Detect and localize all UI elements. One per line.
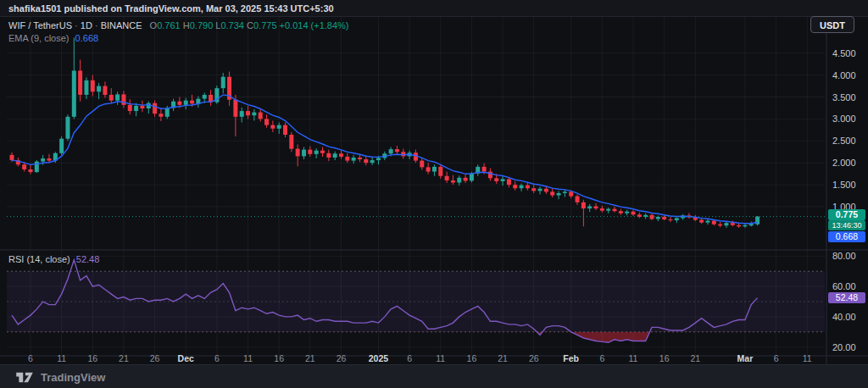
tradingview-published-chart: { "publish_bar": { "text": "shafika1501 … [0, 0, 868, 388]
footer-bar: TradingView [0, 364, 868, 388]
svg-text:1.500: 1.500 [832, 180, 856, 190]
tradingview-logo-icon[interactable] [15, 370, 34, 384]
svg-text:40.00: 40.00 [832, 312, 856, 322]
change-value: +0.014 (+1.84%) [280, 20, 349, 30]
svg-text:11: 11 [803, 353, 812, 363]
close-label: C [247, 20, 253, 30]
svg-text:60.00: 60.00 [832, 281, 856, 291]
rsi-value-badge: 52.48 [828, 292, 865, 303]
svg-text:6: 6 [599, 353, 604, 363]
last-price-badge: 0.775 [828, 209, 865, 220]
svg-text:21: 21 [305, 353, 315, 363]
svg-text:80.00: 80.00 [832, 251, 856, 261]
svg-text:16: 16 [467, 353, 477, 363]
ema-value: 0.668 [75, 33, 99, 43]
candles-layer [10, 38, 760, 228]
high-label: H [183, 20, 190, 30]
high-value: 0.790 [190, 20, 214, 30]
rsi-legend[interactable]: RSI (14, close) 52.48 [8, 254, 99, 264]
svg-text:Feb: Feb [563, 353, 579, 363]
exchange-label: BINANCE [101, 20, 142, 30]
svg-text:26: 26 [337, 353, 347, 363]
svg-text:11: 11 [57, 353, 66, 363]
svg-text:2025: 2025 [369, 353, 389, 363]
svg-text:11: 11 [436, 353, 445, 363]
svg-text:4.000: 4.000 [832, 70, 856, 80]
svg-text:26: 26 [529, 353, 539, 363]
svg-text:6: 6 [28, 353, 33, 363]
price-axis[interactable]: 4.5004.0003.5003.0002.5002.0001.5001.000… [832, 48, 856, 352]
svg-text:21: 21 [498, 353, 508, 363]
publish-text: shafika1501 published on TradingView.com… [8, 3, 334, 14]
svg-text:3.000: 3.000 [832, 114, 856, 124]
svg-text:6: 6 [214, 353, 220, 363]
svg-text:2.500: 2.500 [832, 136, 856, 146]
price-and-rsi-chart[interactable]: 4.5004.0003.5003.0002.5002.0001.5001.000… [0, 17, 868, 364]
svg-text:Mar: Mar [737, 353, 754, 363]
svg-text:6: 6 [774, 353, 779, 363]
svg-text:21: 21 [690, 353, 700, 363]
svg-text:4.500: 4.500 [832, 48, 856, 58]
svg-text:2.000: 2.000 [832, 158, 856, 168]
ema-value-badge: 0.668 [828, 231, 865, 242]
chart-legend: WIF / TetherUS · 1D · BINANCE O0.761 H0.… [8, 20, 349, 46]
svg-text:16: 16 [659, 353, 670, 363]
svg-text:16: 16 [87, 353, 97, 363]
time-axis[interactable]: 611162126Dec6111621262025611162126Feb611… [28, 353, 812, 363]
interval-label: 1D [81, 20, 92, 30]
open-value: 0.761 [157, 20, 181, 30]
ema-label: EMA (9, close) [8, 33, 70, 43]
svg-text:16: 16 [274, 353, 284, 363]
svg-text:6: 6 [407, 353, 412, 363]
bar-countdown-badge: 13:46:30 [828, 220, 865, 230]
ema-legend-row[interactable]: EMA (9, close) 0.668 [8, 33, 349, 43]
symbol-legend-row[interactable]: WIF / TetherUS · 1D · BINANCE O0.761 H0.… [8, 20, 349, 30]
open-label: O [150, 20, 158, 30]
svg-text:20.00: 20.00 [832, 342, 856, 352]
svg-text:11: 11 [629, 353, 638, 363]
rsi-value: 52.48 [76, 254, 100, 264]
svg-text:11: 11 [243, 353, 253, 363]
svg-text:21: 21 [119, 353, 129, 363]
svg-text:26: 26 [150, 353, 160, 363]
currency-toggle-button[interactable]: USDT [810, 16, 854, 33]
svg-text:Dec: Dec [178, 353, 194, 363]
svg-text:3.500: 3.500 [832, 92, 856, 103]
low-value: 0.734 [220, 20, 244, 30]
separator-dot: · [75, 20, 78, 30]
symbol-name: WIF / TetherUS [8, 20, 72, 30]
close-value: 0.775 [253, 20, 277, 30]
rsi-label: RSI (14, close) [8, 254, 70, 264]
publish-bar: shafika1501 published on TradingView.com… [0, 0, 868, 17]
tradingview-brand-text[interactable]: TradingView [41, 371, 105, 384]
separator-dot: · [95, 20, 98, 30]
